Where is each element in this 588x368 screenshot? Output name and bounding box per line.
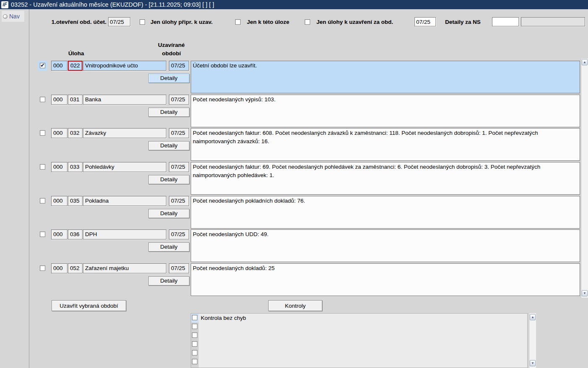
row-code1-field[interactable]: 000	[51, 61, 67, 71]
task-row: 000052Zařazení majetku07/25Počet neodesl…	[0, 263, 588, 296]
row-code2-field[interactable]: 033	[68, 162, 83, 172]
row-code1-field[interactable]: 000	[51, 263, 67, 273]
row-code1-field[interactable]: 000	[51, 128, 67, 138]
checks-checkbox-strip	[191, 314, 199, 368]
row-select-checkbox[interactable]	[40, 265, 45, 271]
row-message-box[interactable]: Počet neodeslaných faktur: 608. Počet ne…	[191, 128, 580, 161]
row-task-name-field[interactable]: Pokladna	[83, 196, 166, 206]
row-code1-field[interactable]: 000	[51, 196, 67, 206]
row-period-field[interactable]: 07/25	[169, 95, 189, 105]
row-task-name-field[interactable]: Závazky	[83, 128, 166, 138]
detaily-button[interactable]: Detaily	[148, 141, 189, 150]
column-header-obdobi: Uzavírané období	[152, 41, 191, 58]
task-row: 000035Pokladna07/25Počet neodeslaných po…	[0, 196, 588, 229]
row-task-name-field[interactable]: Vnitropodnikové učto	[83, 61, 166, 71]
check-row-checkbox[interactable]	[192, 332, 197, 338]
only-ready-label: Jen úlohy připr. k uzav.	[150, 19, 212, 25]
row-code2-field[interactable]: 031	[68, 95, 83, 105]
only-this-task-label: Jen k této úloze	[247, 19, 289, 25]
row-message-box[interactable]: Účetní období lze uzavřít.	[191, 61, 580, 93]
row-message-box[interactable]: Počet neodeslaných UDD: 49.	[191, 229, 580, 262]
tasks-scrollbar[interactable]: ▲ ▼	[581, 59, 588, 298]
details-ns-input[interactable]	[492, 17, 519, 26]
detaily-button[interactable]: Detaily	[148, 74, 189, 83]
window-title: 03252 - Uzavření aktuálního měsíce (EKUZ…	[11, 1, 214, 8]
kontroly-button[interactable]: Kontroly	[268, 300, 322, 311]
only-close-period-label: Jen úlohy k uzavření za obd.	[316, 19, 393, 25]
only-this-task-checkbox[interactable]	[235, 19, 241, 25]
open-period-input[interactable]	[108, 17, 130, 26]
checks-scrollbar[interactable]: ▲ ▼	[529, 313, 536, 368]
check-row-checkbox[interactable]	[192, 359, 197, 364]
details-ns-label: Detaily za NS	[445, 19, 481, 25]
detaily-button[interactable]: Detaily	[148, 276, 189, 286]
checks-panel: Kontrola bez chyb	[191, 313, 528, 368]
row-message-box[interactable]: Počet neodeslaných výpisů: 103.	[191, 95, 580, 127]
detaily-button[interactable]: Detaily	[148, 242, 189, 252]
row-select-checkbox[interactable]	[40, 232, 45, 237]
column-header-obdobi-line1: Uzavírané	[152, 41, 191, 49]
column-header-obdobi-line2: období	[152, 49, 191, 58]
row-task-name-field[interactable]: Banka	[83, 95, 166, 105]
check-row-label: Kontrola bez chyb	[201, 315, 246, 321]
check-row-checkbox[interactable]	[192, 350, 197, 355]
row-select-checkbox[interactable]	[40, 164, 45, 170]
only-close-period-checkbox[interactable]	[305, 19, 310, 25]
row-task-name-field[interactable]: Pohledávky	[83, 162, 166, 172]
row-code1-field[interactable]: 000	[51, 229, 67, 239]
row-select-checkbox[interactable]	[40, 130, 45, 136]
row-task-name-field[interactable]: DPH	[83, 229, 166, 239]
check-row-checkbox[interactable]	[192, 324, 197, 329]
row-code2-field[interactable]: 032	[68, 128, 83, 138]
detaily-button[interactable]: Detaily	[148, 209, 189, 218]
task-row: 000033Pohledávky07/25Počet neodeslaných …	[0, 162, 588, 195]
task-row: 000031Banka07/25Počet neodeslaných výpis…	[0, 95, 588, 128]
row-code1-field[interactable]: 000	[51, 162, 67, 172]
only-ready-checkbox[interactable]	[140, 19, 145, 25]
detaily-button[interactable]: Detaily	[148, 108, 189, 117]
row-code2-field[interactable]: 022	[68, 61, 83, 71]
row-period-field[interactable]: 07/25	[169, 263, 189, 273]
close-period-input[interactable]	[414, 17, 436, 26]
close-selected-periods-button[interactable]: Uzavřít vybraná období	[52, 300, 126, 311]
nav-radio-icon	[3, 14, 8, 19]
row-message-box[interactable]: Počet neodeslaných pokladních dokladů: 7…	[191, 196, 580, 229]
sidebar-item-nav[interactable]: Nav	[2, 11, 24, 22]
row-select-checkbox[interactable]: ✔	[40, 63, 45, 68]
row-task-name-field[interactable]: Zařazení majetku	[83, 263, 166, 273]
checks-scroll-up-icon[interactable]: ▲	[530, 314, 536, 320]
column-header-uloha: Úloha	[68, 49, 84, 58]
detaily-button[interactable]: Detaily	[148, 175, 189, 184]
row-select-checkbox[interactable]	[40, 198, 45, 203]
nav-label: Nav	[9, 13, 20, 20]
row-select-checkbox[interactable]	[40, 97, 45, 102]
task-row: 000032Závazky07/25Počet neodeslaných fak…	[0, 128, 588, 161]
details-ns-name-input	[521, 17, 585, 26]
row-message-box[interactable]: Počet neodeslaných dokladů: 25	[191, 263, 580, 296]
row-message-box[interactable]: Počet neodeslaných faktur: 69. Počet neo…	[191, 162, 580, 195]
scroll-up-icon[interactable]: ▲	[582, 59, 588, 65]
task-row: 000036DPH07/25Počet neodeslaných UDD: 49…	[0, 229, 588, 262]
row-code1-field[interactable]: 000	[51, 95, 67, 105]
row-period-field[interactable]: 07/25	[169, 61, 189, 71]
row-code2-field[interactable]: 036	[68, 229, 83, 239]
scroll-down-icon[interactable]: ▼	[582, 290, 588, 296]
checks-scroll-down-icon[interactable]: ▼	[530, 360, 536, 366]
check-row-checkbox[interactable]	[192, 341, 197, 347]
row-period-field[interactable]: 07/25	[169, 128, 189, 138]
check-row-checkbox[interactable]	[192, 315, 197, 320]
row-period-field[interactable]: 07/25	[169, 229, 189, 239]
title-bar: iF 03252 - Uzavření aktuálního měsíce (E…	[0, 0, 588, 9]
open-period-label: 1.otevření obd. účet.	[45, 19, 106, 25]
row-code2-field[interactable]: 052	[68, 263, 83, 273]
row-period-field[interactable]: 07/25	[169, 162, 189, 172]
task-row: ✔000022Vnitropodnikové učto07/25Účetní o…	[0, 61, 588, 94]
row-code2-field[interactable]: 035	[68, 196, 83, 206]
row-period-field[interactable]: 07/25	[169, 196, 189, 206]
app-icon: iF	[1, 1, 8, 8]
